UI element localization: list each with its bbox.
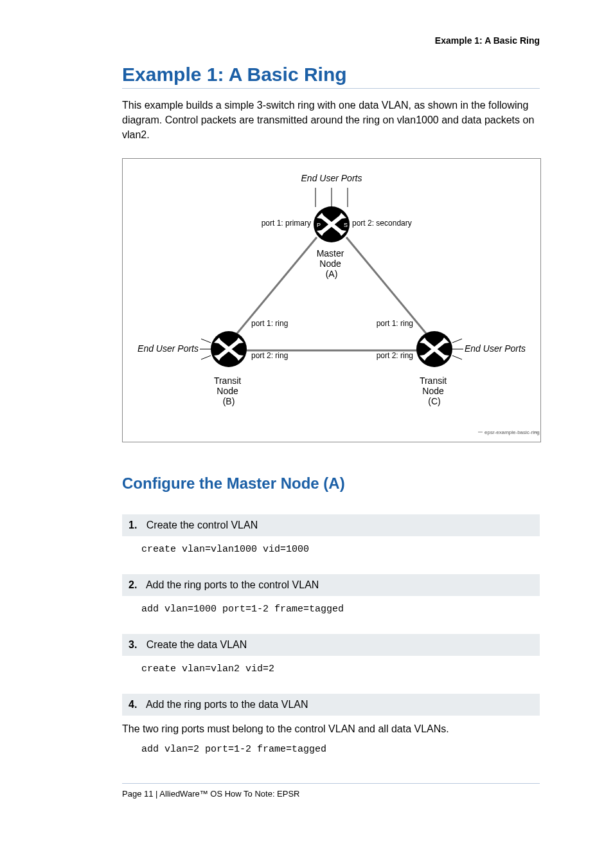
step-4-number: 4.: [129, 699, 137, 710]
svg-line-24: [452, 339, 462, 343]
step-4-title: Add the ring ports to the data VLAN: [146, 699, 308, 710]
transit-node-b-icon: [211, 331, 247, 367]
master-node-label: Master Node (A): [317, 248, 347, 279]
step-3-title: Create the data VLAN: [147, 639, 247, 650]
transit-node-c-icon: [416, 331, 452, 367]
diagram-tag: epsr-example-basic-ring: [484, 429, 540, 435]
running-header: Example 1: A Basic Ring: [122, 35, 540, 46]
port2-secondary-label: port 2: secondary: [352, 219, 412, 228]
step-4-heading: 4. Add the ring ports to the data VLAN: [122, 694, 540, 716]
step-2-number: 2.: [129, 579, 137, 590]
step-2-heading: 2. Add the ring ports to the control VLA…: [122, 574, 540, 596]
page-footer: Page 11 | AlliedWare™ OS How To Note: EP…: [122, 783, 540, 799]
svg-line-26: [452, 356, 462, 359]
transit-node-c-label: Transit Node (C): [420, 375, 449, 406]
footer-text: Page 11 | AlliedWare™ OS How To Note: EP…: [122, 789, 540, 799]
p-letter: P: [317, 222, 321, 228]
step-1-number: 1.: [129, 520, 137, 530]
port2-ring-c-label: port 2: ring: [377, 351, 413, 360]
end-user-ports-right-label: End User Ports: [465, 343, 526, 354]
transit-node-b-label: Transit Node (B): [214, 375, 244, 406]
s-letter: S: [344, 222, 348, 228]
step-3-number: 3.: [129, 639, 137, 650]
page-title: Example 1: A Basic Ring: [122, 64, 540, 86]
step-3-heading: 3. Create the data VLAN: [122, 634, 540, 656]
step-3-code: create vlan=vlan2 vid=2: [141, 664, 540, 674]
port1-ring-b-label: port 1: ring: [251, 319, 288, 328]
step-1-heading: 1. Create the control VLAN: [122, 514, 540, 536]
section-heading: Configure the Master Node (A): [122, 475, 540, 493]
step-4-note: The two ring ports must belong to the co…: [122, 723, 540, 735]
intro-paragraph: This example builds a simple 3-switch ri…: [122, 98, 540, 143]
port1-primary-label: port 1: primary: [262, 219, 311, 228]
svg-line-16: [201, 339, 211, 343]
end-user-ports-top-label: End User Ports: [301, 173, 362, 183]
ring-diagram: End User Ports P S port 1: primary port …: [122, 158, 541, 442]
step-1-title: Create the control VLAN: [147, 520, 258, 530]
step-4-code: add vlan=2 port=1-2 frame=tagged: [141, 744, 540, 755]
title-rule: [122, 88, 540, 89]
end-user-ports-left-label: End User Ports: [138, 343, 199, 354]
port1-ring-c-label: port 1: ring: [377, 319, 413, 328]
step-2-title: Add the ring ports to the control VLAN: [146, 579, 319, 590]
step-1-code: create vlan=vlan1000 vid=1000: [141, 544, 540, 555]
footer-rule: [122, 783, 540, 784]
step-2-code: add vlan=1000 port=1-2 frame=tagged: [141, 604, 540, 615]
port2-ring-b-label: port 2: ring: [251, 351, 288, 360]
svg-line-18: [201, 356, 211, 359]
